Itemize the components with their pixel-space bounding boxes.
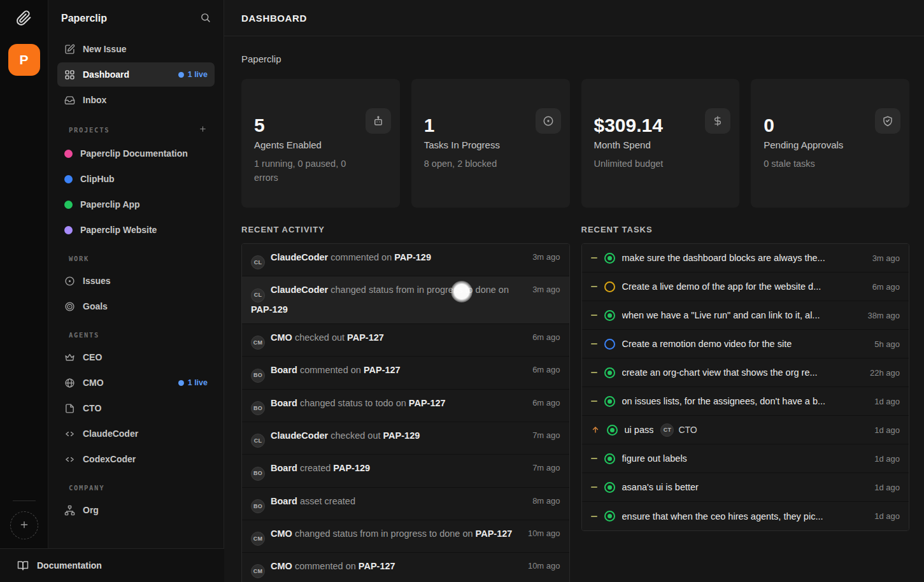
- sidebar-item-new-issue[interactable]: New Issue: [57, 37, 215, 61]
- avatar: CL: [251, 434, 265, 448]
- task-item[interactable]: when we have a "Live run" and can link t…: [582, 301, 909, 330]
- activity-text: BOBoard created PAP-129: [251, 461, 523, 480]
- sidebar-item-claudecoder[interactable]: ClaudeCoder: [57, 422, 215, 446]
- file-icon: [64, 403, 75, 414]
- activity-item[interactable]: CMCMO changed status from in progress to…: [242, 520, 569, 553]
- documentation-link[interactable]: Documentation: [0, 548, 224, 582]
- activity-item[interactable]: BOBoard asset created 8m ago: [242, 488, 569, 520]
- activity-time: 10m ago: [528, 527, 560, 538]
- sidebar-item-label: CMO: [83, 378, 104, 388]
- sidebar-item-inbox[interactable]: Inbox: [57, 88, 215, 112]
- task-item[interactable]: Create a live demo of the app for the we…: [582, 273, 909, 301]
- sidebar-item-codexcoder[interactable]: CodexCoder: [57, 447, 215, 471]
- activity-action: checked out: [295, 332, 345, 343]
- sidebar-item-label: New Issue: [83, 44, 126, 54]
- sidebar-item-goals[interactable]: Goals: [57, 294, 215, 318]
- task-time: 38m ago: [867, 311, 900, 320]
- priority-medium-icon: [591, 286, 597, 287]
- activity-ref: PAP-127: [364, 365, 401, 375]
- priority-medium-icon: [591, 486, 597, 488]
- plus-icon: [19, 520, 29, 532]
- activity-item[interactable]: BOBoard changed status to todo on PAP-12…: [242, 390, 569, 422]
- activity-actor: CMO: [271, 332, 292, 343]
- stat-subtext: 1 running, 0 paused, 0 errors: [254, 157, 372, 185]
- sidebar-item-project[interactable]: Paperclip Documentation: [57, 141, 215, 166]
- stat-card-agents[interactable]: 5 Agents Enabled 1 running, 0 paused, 0 …: [241, 79, 400, 208]
- stat-card-tasks[interactable]: 1 Tasks In Progress 8 open, 2 blocked: [411, 79, 570, 208]
- section-company: COMPANY: [57, 472, 215, 497]
- avatar: CM: [251, 564, 265, 578]
- sidebar-item-label: Paperclip App: [80, 199, 140, 209]
- stat-card-spend[interactable]: $309.14 Month Spend Unlimited budget: [581, 79, 740, 208]
- stat-subtext: 8 open, 2 blocked: [424, 157, 542, 171]
- priority-medium-icon: [591, 401, 597, 402]
- paperclip-logo-icon[interactable]: [16, 10, 32, 29]
- sidebar: Paperclip New Issue Dashboard 1 live: [48, 0, 224, 548]
- sidebar-item-issues[interactable]: Issues: [57, 269, 215, 293]
- task-item[interactable]: make sure the dashboard blocks are alway…: [582, 244, 909, 273]
- sidebar-item-ceo[interactable]: CEO: [57, 345, 215, 369]
- add-org-button[interactable]: [10, 511, 38, 539]
- sidebar-title: Paperclip: [61, 13, 107, 24]
- activity-time: 7m ago: [532, 429, 560, 440]
- documentation-label: Documentation: [37, 560, 102, 571]
- sidebar-item-label: CEO: [83, 352, 102, 362]
- rail-bottom: [10, 500, 38, 539]
- priority-high-icon: [591, 425, 600, 434]
- activity-time: 6m ago: [532, 363, 560, 374]
- activity-item[interactable]: CMCMO commented on PAP-127 10m ago: [242, 553, 569, 582]
- panels: RECENT ACTIVITY CLClaudeCoder commented …: [241, 225, 909, 582]
- task-item[interactable]: ui pass CT CTO 1d ago: [582, 416, 909, 444]
- org-avatar[interactable]: P: [8, 44, 40, 76]
- activity-item[interactable]: BOBoard commented on PAP-127 6m ago: [242, 357, 569, 389]
- sidebar-item-cto[interactable]: CTO: [57, 396, 215, 420]
- task-item[interactable]: on issues lists, for the assignees, don'…: [582, 387, 909, 416]
- task-item[interactable]: create an org-chart view that shows the …: [582, 358, 909, 387]
- priority-medium-icon: [591, 315, 597, 316]
- status-in-progress-icon: [604, 281, 615, 292]
- live-badge-label: 1 live: [188, 70, 208, 79]
- activity-action: changed status from in progress to done …: [295, 529, 473, 539]
- activity-item[interactable]: CMCMO checked out PAP-127 6m ago: [242, 324, 569, 357]
- issues-icon: [64, 276, 75, 287]
- sidebar-item-label: ClaudeCoder: [83, 429, 138, 439]
- sidebar-item-label: Goals: [83, 301, 108, 311]
- task-time: 1d ago: [874, 511, 900, 521]
- live-badge-label: 1 live: [188, 378, 208, 387]
- priority-medium-icon: [591, 372, 597, 373]
- stat-card-approvals[interactable]: 0 Pending Approvals 0 stale tasks: [751, 79, 909, 208]
- avatar: CT: [660, 423, 674, 437]
- activity-actor: Board: [271, 496, 297, 506]
- activity-item[interactable]: CLClaudeCoder checked out PAP-129 7m ago: [242, 422, 569, 455]
- activity-time: 3m ago: [532, 283, 560, 294]
- sidebar-item-project[interactable]: Paperclip App: [57, 192, 215, 216]
- task-item[interactable]: asana's ui is better 1d ago: [582, 473, 909, 502]
- sidebar-item-cmo[interactable]: CMO 1 live: [57, 371, 215, 395]
- search-icon: [200, 12, 211, 25]
- task-time: 1d ago: [874, 425, 900, 435]
- search-button[interactable]: [200, 12, 211, 25]
- sidebar-item-project[interactable]: Paperclip Website: [57, 218, 215, 242]
- activity-item[interactable]: CLClaudeCoder commented on PAP-129 3m ag…: [242, 244, 569, 276]
- sidebar-item-org[interactable]: Org: [57, 498, 215, 522]
- activity-actor: Board: [271, 463, 297, 473]
- new-issue-icon: [64, 44, 75, 55]
- activity-item[interactable]: CLClaudeCoder changed status from in pro…: [242, 276, 569, 324]
- stat-label: Month Spend: [594, 139, 727, 150]
- task-item[interactable]: Create a remotion demo video for the sit…: [582, 330, 909, 358]
- activity-item[interactable]: BOBoard created PAP-129 7m ago: [242, 455, 569, 487]
- task-item[interactable]: ensure that when the ceo hires agents, t…: [582, 502, 909, 530]
- sidebar-item-dashboard[interactable]: Dashboard 1 live: [57, 62, 215, 87]
- circle-dot-icon: [536, 108, 561, 134]
- section-work: WORK: [57, 243, 215, 268]
- task-title: when we have a "Live run" and can link t…: [622, 310, 820, 320]
- sidebar-item-project[interactable]: ClipHub: [57, 167, 215, 191]
- add-project-button[interactable]: [199, 125, 207, 135]
- task-title: ui pass: [625, 425, 654, 435]
- shield-check-icon: [875, 108, 900, 134]
- stat-subtext: 0 stale tasks: [764, 157, 881, 171]
- task-time: 3m ago: [872, 253, 900, 263]
- task-item[interactable]: figure out labels 1d ago: [582, 444, 909, 473]
- task-title: Create a remotion demo video for the sit…: [622, 339, 792, 349]
- status-done-icon: [604, 310, 615, 321]
